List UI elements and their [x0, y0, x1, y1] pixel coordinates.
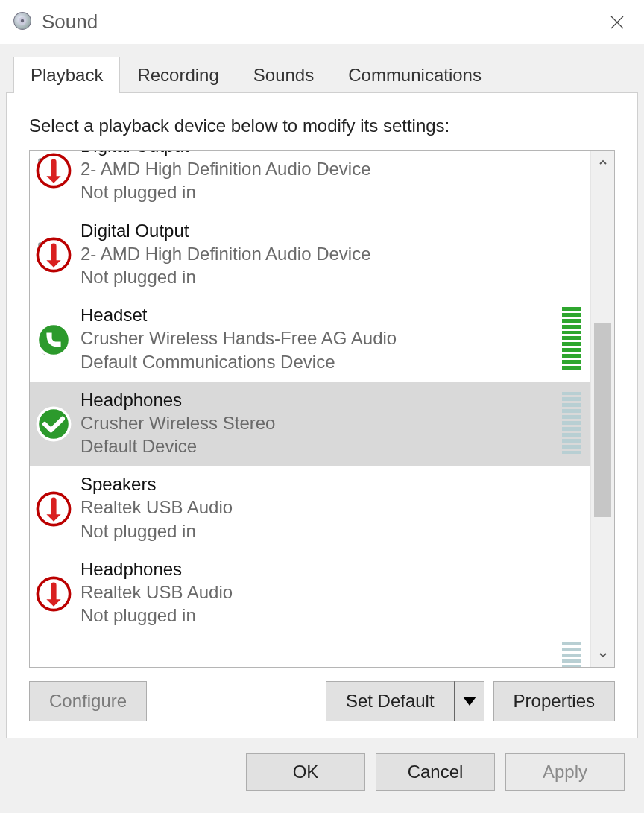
button-group-right: Set Default Properties — [326, 681, 615, 721]
button-label: Properties — [514, 691, 595, 711]
device-name: Realtek Digital Output — [80, 662, 552, 667]
device-status: Default Device — [80, 434, 552, 458]
tab-recording[interactable]: Recording — [120, 57, 236, 93]
button-label: Apply — [543, 762, 587, 782]
device-name: Headset — [80, 303, 552, 326]
scrollbar[interactable] — [590, 151, 614, 667]
scroll-down-button[interactable] — [591, 643, 615, 667]
device-item[interactable]: Realtek Digital Output — [30, 636, 590, 667]
device-text: Digital Output 2- AMD High Definition Au… — [80, 219, 583, 289]
device-subtitle: 2- AMD High Definition Audio Device — [80, 242, 583, 265]
device-text: Headset Crusher Wireless Hands-Free AG A… — [80, 303, 552, 373]
device-subtitle: Realtek USB Audio — [80, 581, 583, 604]
device-name: Headphones — [80, 388, 552, 411]
set-default-split-button: Set Default — [326, 681, 484, 721]
status-badge-icon — [36, 491, 72, 527]
outer-panel: Playback Recording Sounds Communications… — [0, 45, 644, 813]
device-status: Not plugged in — [80, 604, 583, 627]
device-status: Not plugged in — [80, 180, 583, 203]
scroll-thumb[interactable] — [594, 323, 611, 517]
button-label: Cancel — [408, 762, 464, 782]
device-text: Speakers Realtek USB Audio Not plugged i… — [80, 472, 583, 542]
device-subtitle: Realtek USB Audio — [80, 496, 583, 519]
headphones-icon — [34, 405, 70, 440]
device-text: Digital Output 2- AMD High Definition Au… — [80, 151, 583, 204]
sound-icon — [12, 10, 33, 34]
device-listbox: Digital Output 2- AMD High Definition Au… — [29, 150, 615, 668]
status-badge-icon — [36, 237, 72, 273]
properties-button[interactable]: Properties — [493, 681, 615, 721]
monitor-icon — [34, 151, 70, 187]
ok-button[interactable]: OK — [246, 753, 365, 791]
titlebar: Sound — [0, 0, 644, 45]
device-subtitle: 2- AMD High Definition Audio Device — [80, 157, 583, 180]
device-status: Not plugged in — [80, 265, 583, 288]
device-name: Speakers — [80, 472, 583, 496]
device-name: Headphones — [80, 557, 583, 581]
button-label: Set Default — [346, 691, 435, 711]
window-title: Sound — [42, 10, 98, 34]
tab-label: Sounds — [253, 65, 314, 85]
cancel-button[interactable]: Cancel — [376, 753, 495, 791]
tab-label: Recording — [137, 65, 218, 85]
device-name: Digital Output — [80, 151, 583, 157]
tab-label: Playback — [31, 65, 103, 85]
device-item[interactable]: Digital Output 2- AMD High Definition Au… — [30, 213, 590, 298]
device-item[interactable]: Headset Crusher Wireless Hands-Free AG A… — [30, 297, 590, 382]
tab-strip: Playback Recording Sounds Communications — [6, 52, 638, 92]
set-default-dropdown[interactable] — [454, 681, 484, 721]
svg-point-2 — [21, 19, 24, 22]
device-status: Not plugged in — [80, 519, 583, 542]
headset-icon — [34, 320, 70, 356]
speaker-icon — [34, 490, 70, 525]
device-subtitle: Crusher Wireless Stereo — [80, 411, 552, 434]
device-name: Digital Output — [80, 219, 583, 242]
level-meter — [562, 642, 581, 667]
tab-label: Communications — [348, 65, 482, 85]
scroll-track[interactable] — [591, 174, 614, 643]
button-label: OK — [293, 762, 319, 782]
configure-button[interactable]: Configure — [29, 681, 147, 721]
device-scroll-viewport: Digital Output 2- AMD High Definition Au… — [30, 151, 590, 667]
instruction-text: Select a playback device below to modify… — [29, 116, 615, 136]
device-text: Headphones Realtek USB Audio Not plugged… — [80, 557, 583, 627]
dialog-footer: OK Cancel Apply — [6, 738, 638, 806]
tab-body-playback: Select a playback device below to modify… — [6, 92, 638, 738]
close-button[interactable] — [602, 7, 632, 37]
tab-playback[interactable]: Playback — [13, 57, 120, 93]
status-badge-icon — [36, 576, 72, 612]
sound-dialog: Sound Playback Recording Sounds Communic… — [0, 0, 644, 813]
set-default-button[interactable]: Set Default — [326, 681, 454, 721]
device-text: Headphones Crusher Wireless Stereo Defau… — [80, 388, 552, 458]
device-item[interactable]: Speakers Realtek USB Audio Not plugged i… — [30, 466, 590, 551]
monitor-icon — [34, 235, 70, 271]
level-meter — [562, 391, 581, 454]
device-item[interactable]: Headphones Realtek USB Audio Not plugged… — [30, 551, 590, 636]
status-badge-icon — [36, 153, 72, 189]
tab-communications[interactable]: Communications — [331, 57, 499, 93]
status-badge-icon — [36, 406, 72, 442]
chevron-down-icon — [463, 697, 476, 706]
scroll-up-button[interactable] — [591, 151, 615, 174]
level-meter — [562, 307, 581, 370]
status-badge-icon — [36, 322, 72, 358]
headphones-grey-icon — [34, 575, 70, 610]
device-item[interactable]: Headphones Crusher Wireless Stereo Defau… — [30, 382, 590, 467]
button-label: Configure — [49, 691, 127, 711]
device-text: Realtek Digital Output — [80, 662, 552, 667]
apply-button[interactable]: Apply — [505, 753, 625, 791]
action-row: Configure Set Default Properties — [29, 681, 615, 721]
device-status: Default Communications Device — [80, 350, 552, 373]
device-item[interactable]: Digital Output 2- AMD High Definition Au… — [30, 151, 590, 213]
titlebar-left: Sound — [12, 10, 98, 34]
tab-sounds[interactable]: Sounds — [236, 57, 331, 93]
device-subtitle: Crusher Wireless Hands-Free AG Audio — [80, 326, 552, 349]
none-icon — [34, 655, 70, 667]
